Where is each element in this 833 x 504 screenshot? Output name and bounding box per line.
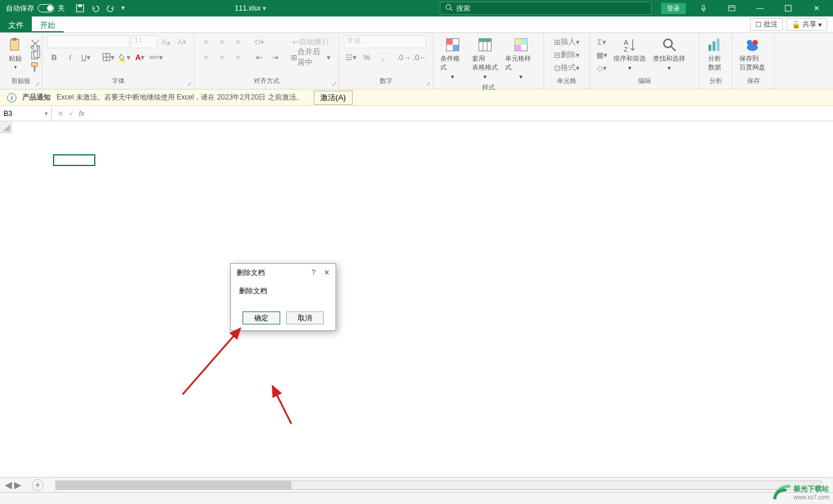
fill-icon[interactable]: ▦▾ [595,48,609,61]
dialog-launcher-icon[interactable]: ⤢ [187,81,192,87]
bold-icon[interactable]: B [47,51,61,64]
undo-icon[interactable] [91,4,100,13]
number-format-select[interactable]: 常规 [344,35,426,48]
find-select-button[interactable]: 查找和选择▾ [651,35,688,75]
merge-center-button[interactable]: ⊞ 合并后居中 ▾ [288,51,334,64]
formula-bar: B3▾ ✕ ✓ fx [0,106,833,121]
group-label-align: 对齐方式 [199,75,334,87]
group-label-clipboard: 剪贴板 [5,75,37,87]
fx-icon[interactable]: fx [79,110,84,118]
accounting-icon[interactable]: ☳▾ [344,51,358,64]
help-icon[interactable]: ? [311,268,316,277]
insert-cells-button[interactable]: ⊞ 插入 ▾ [549,35,585,48]
cancel-button[interactable]: 取消 [286,311,324,324]
select-all-button[interactable] [0,121,12,133]
underline-icon[interactable]: U▾ [79,51,93,64]
increase-font-icon[interactable]: A▴ [159,35,173,48]
sort-filter-button[interactable]: AZ排序和筛选▾ [611,35,648,75]
tab-file[interactable]: 文件 [0,16,32,32]
svg-rect-37 [717,39,720,51]
search-icon [445,4,453,13]
cell-style-button[interactable]: 单元格样式▾ [503,35,539,82]
format-cells-button[interactable]: ⊡ 格式 ▾ [549,61,585,74]
autosave-state: 关 [58,4,65,14]
tab-开始[interactable]: 开始 [32,16,64,32]
decrease-font-icon[interactable]: A▾ [175,35,189,48]
align-right-icon[interactable]: ≡ [231,51,245,64]
autosum-icon[interactable]: Σ▾ [595,35,609,48]
dialog-launcher-icon[interactable]: ⤢ [332,81,337,87]
filename: 111.xlsx ▾ [71,4,430,12]
dialog-launcher-icon[interactable]: ⤢ [35,81,40,87]
save-icon[interactable] [75,4,85,13]
delete-cells-button[interactable]: ⊟ 删除 ▾ [549,48,585,61]
dialog-launcher-icon[interactable]: ⤢ [426,81,431,87]
svg-rect-30 [515,45,521,51]
share-button[interactable]: 🔓 共享 ▾ [786,18,827,31]
svg-point-33 [663,39,672,48]
indent-decrease-icon[interactable]: ⇤ [252,51,266,64]
font-size-select[interactable]: 11 [131,35,157,48]
orientation-icon[interactable]: ⟲▾ [252,35,266,48]
login-button[interactable]: 登录 [661,3,686,14]
ok-button[interactable]: 确定 [243,311,280,324]
maximize-icon[interactable] [778,0,799,16]
svg-point-40 [747,44,758,51]
percent-icon[interactable]: % [360,51,374,64]
svg-point-2 [446,5,451,9]
toggle-switch[interactable] [38,4,54,12]
analyze-data-button[interactable]: 分析 数据 [704,35,725,75]
align-bottom-icon[interactable]: ≡ [231,35,245,48]
sheet-nav-next-icon[interactable]: ▶ [14,479,21,490]
add-sheet-button[interactable]: + [32,479,44,491]
comma-icon[interactable]: , [376,51,390,64]
format-painter-icon[interactable] [29,61,41,72]
align-center-icon[interactable]: ≡ [215,51,229,64]
italic-icon[interactable]: I [63,51,77,64]
svg-rect-22 [453,45,459,51]
indent-increase-icon[interactable]: ⇥ [268,51,282,64]
activate-button[interactable]: 激活(A) [314,91,353,105]
clear-icon[interactable]: ◇▾ [595,61,609,74]
save-baidu-button[interactable]: 保存到 百度网盘 [737,35,768,75]
wrap-text-button[interactable]: ↩ 自动换行 [288,35,334,48]
align-left-icon[interactable]: ≡ [199,51,213,64]
svg-rect-1 [78,5,82,7]
svg-line-34 [671,47,675,51]
border-icon[interactable]: ▾ [101,51,115,64]
mic-icon[interactable] [693,0,714,16]
copy-icon[interactable] [29,49,41,60]
svg-rect-24 [479,39,492,42]
enter-formula-icon[interactable]: ✓ [68,110,74,118]
sheet-nav-prev-icon[interactable]: ◀ [5,479,12,490]
align-top-icon[interactable]: ≡ [199,35,213,48]
svg-rect-14 [32,63,38,67]
phonetic-icon[interactable]: wén▾ [149,51,163,64]
decrease-decimal-icon[interactable]: .0← [413,51,427,64]
minimize-icon[interactable]: — [749,0,771,16]
search-box[interactable]: 搜索 [440,2,652,15]
name-box[interactable]: B3▾ [0,106,52,121]
align-middle-icon[interactable]: ≡ [215,35,229,48]
close-icon[interactable]: ✕ [324,268,330,277]
font-name-select[interactable] [47,35,130,48]
dialog-heading: 删除文档 [239,286,327,296]
spreadsheet-grid[interactable] [0,121,833,464]
close-icon[interactable]: ✕ [806,0,827,16]
svg-rect-21 [447,39,453,45]
conditional-format-button[interactable]: 条件格式▾ [438,35,467,82]
watermark: 极光下载站 www.xz7.com [772,483,829,502]
horizontal-scrollbar[interactable] [55,480,821,490]
comments-button[interactable]: ☐ 批注 [750,18,783,31]
increase-decimal-icon[interactable]: .0→ [397,51,411,64]
cancel-formula-icon[interactable]: ✕ [58,110,64,118]
paste-button[interactable]: 粘贴▾ [5,35,26,75]
svg-rect-35 [709,45,712,51]
table-format-button[interactable]: 套用 表格格式▾ [470,35,500,82]
redo-icon[interactable] [106,4,115,13]
cut-icon[interactable] [29,38,41,48]
font-color-icon[interactable]: A▾ [133,51,147,64]
fill-color-icon[interactable]: ▾ [117,51,131,64]
ribbon-mode-icon[interactable] [721,0,742,16]
autosave-toggle[interactable]: 自动保存 关 [0,4,71,14]
